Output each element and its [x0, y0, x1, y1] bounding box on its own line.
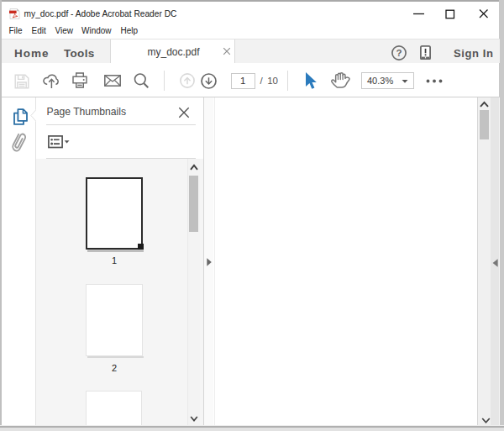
svg-text:?: ? [396, 48, 402, 58]
